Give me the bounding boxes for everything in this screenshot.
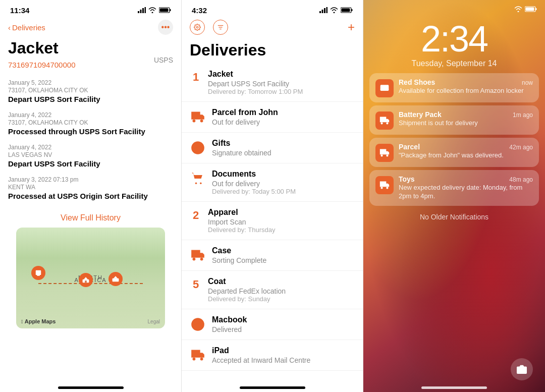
svg-rect-19 <box>351 9 353 11</box>
list-item[interactable]: Macbook Delivered <box>182 309 363 340</box>
svg-point-44 <box>381 187 383 189</box>
status-bar-lock <box>363 0 545 16</box>
list-item[interactable]: Parcel from John Out for delivery <box>182 102 363 133</box>
map-view: NORTH AMERICA  Apple Maps Legal <box>16 228 165 328</box>
notif-title: Battery Pack <box>399 110 442 119</box>
svg-point-46 <box>520 368 523 372</box>
delivery-status: Accepted at Inward Mail Centre <box>212 356 355 364</box>
status-time-panel1: 11:34 <box>10 6 29 15</box>
list-item[interactable]: 5 Coat Departed FedEx location Delivered… <box>182 271 363 309</box>
history-item: January 5, 2022 73107, OKLAHOMA CITY OK … <box>8 79 173 103</box>
history-date: January 4, 2022 <box>8 144 173 151</box>
notif-header: Red Shoes now <box>399 78 533 86</box>
notif-header: Toys 48m ago <box>399 175 533 183</box>
camera-button[interactable] <box>511 358 533 380</box>
svg-point-34 <box>200 358 203 361</box>
cart-icon <box>190 172 206 186</box>
history-status: Depart USPS Sort Facility <box>8 159 173 168</box>
wifi-icon-lock <box>514 6 522 14</box>
nav-bar-panel1: ‹ Deliveries ••• <box>0 18 181 39</box>
delivery-number: 5 <box>190 279 202 290</box>
delivery-text: Documents Out for delivery Delivered by:… <box>212 170 355 195</box>
view-full-history-button[interactable]: View Full History <box>8 208 173 228</box>
back-button[interactable]: ‹ Deliveries <box>8 23 45 32</box>
wifi-icon <box>148 6 156 15</box>
svg-point-26 <box>200 120 203 123</box>
notification-card[interactable]: Parcel 42m ago "Package from John" was d… <box>369 138 539 167</box>
back-label: Deliveries <box>12 23 45 32</box>
notification-card[interactable]: Red Shoes now Available for collection f… <box>369 73 539 102</box>
svg-rect-37 <box>526 8 534 11</box>
status-bar-panel2: 4:32 <box>182 0 363 18</box>
list-item[interactable]: 1 Jacket Depart USPS Sort Facility Deliv… <box>182 64 363 102</box>
notif-app-icon <box>375 144 394 162</box>
map-pin-origin <box>31 266 45 280</box>
check-circle-icon <box>190 141 206 155</box>
delivery-name: Jacket <box>208 70 355 79</box>
signal-icon <box>138 6 146 15</box>
history-date: January 4, 2022 <box>8 111 173 119</box>
home-indicator-panel1 <box>58 386 124 389</box>
delivery-status: Sorting Complete <box>212 256 355 264</box>
lock-status-icons <box>514 6 537 14</box>
battery-icon <box>159 6 171 15</box>
svg-point-33 <box>193 358 196 361</box>
delivery-list: 1 Jacket Depart USPS Sort Facility Deliv… <box>182 64 363 382</box>
delivery-text: Case Sorting Complete <box>212 246 355 264</box>
detail-content: Jacket 7316971094700000 USPS January 5, … <box>0 39 181 382</box>
delivery-name: Macbook <box>212 315 355 324</box>
notif-title: Parcel <box>399 143 420 151</box>
check-circle-icon <box>190 317 206 331</box>
list-item[interactable]: Documents Out for delivery Delivered by:… <box>182 163 363 202</box>
lock-time-display: 2:34 <box>363 21 545 57</box>
maps-label: Apple Maps <box>25 318 56 324</box>
settings-icon[interactable] <box>190 20 205 35</box>
history-status: Depart USPS Sort Facility <box>8 95 173 103</box>
notif-body: New expected delivery date: Monday, from… <box>399 184 533 201</box>
svg-marker-10 <box>84 277 88 279</box>
delivery-status: Out for delivery <box>212 118 355 126</box>
delivery-number: 2 <box>190 210 202 221</box>
signal-icon-p2 <box>319 6 328 15</box>
notif-body: "Package from John" was delivered. <box>399 151 533 160</box>
truck-icon <box>190 248 206 262</box>
list-item[interactable]: Gifts Signature obtained <box>182 133 363 163</box>
notification-card[interactable]: Battery Pack 1m ago Shipment is out for … <box>369 105 539 135</box>
lock-camera-area <box>363 358 545 384</box>
history-item: January 4, 2022 LAS VEGAS NV Depart USPS… <box>8 144 173 168</box>
no-older-label: No Older Notifications <box>369 209 539 225</box>
list-item[interactable]: 2 Apparel Import Scan Delivered by: Thur… <box>182 202 363 240</box>
filter-icon[interactable] <box>213 20 228 35</box>
history-item: January 3, 2022 07:13 pm KENT WA Process… <box>8 176 173 200</box>
svg-point-40 <box>381 122 383 124</box>
list-item[interactable]: Case Sorting Complete <box>182 240 363 271</box>
carrier-label: USPS <box>154 56 173 64</box>
delivery-name: Coat <box>208 277 355 286</box>
svg-rect-11 <box>85 281 87 283</box>
notif-content: Parcel 42m ago "Package from John" was d… <box>399 143 533 160</box>
svg-rect-8 <box>37 275 40 276</box>
delivery-extra: Delivered by: Sunday <box>208 295 355 303</box>
more-button[interactable]: ••• <box>158 20 173 35</box>
notif-content: Battery Pack 1m ago Shipment is out for … <box>399 110 533 128</box>
svg-point-29 <box>200 183 202 185</box>
notification-card[interactable]: Toys 48m ago New expected delivery date:… <box>369 170 539 206</box>
list-item[interactable]: iPad Accepted at Inward Mail Centre <box>182 340 363 371</box>
delivery-name: iPad <box>212 346 355 355</box>
delivery-name: Apparel <box>208 208 355 217</box>
notif-app-icon <box>375 176 394 194</box>
nav-bar-panel2: + <box>182 18 363 39</box>
legal-link[interactable]: Legal <box>148 319 160 324</box>
svg-rect-36 <box>535 8 537 10</box>
svg-rect-12 <box>112 278 119 282</box>
notif-body: Available for collection from Amazon loc… <box>399 87 533 95</box>
panel-deliveries-list: 4:32 + Deliveries 1 <box>182 0 363 392</box>
notif-time: now <box>522 79 533 86</box>
notifications-area: Red Shoes now Available for collection f… <box>363 73 545 358</box>
add-button[interactable]: + <box>348 20 355 34</box>
history-status: Processed through USPS Sort Facility <box>8 127 173 136</box>
svg-rect-15 <box>322 10 323 13</box>
apple-maps-logo:  Apple Maps <box>21 318 56 324</box>
home-indicator-panel2 <box>240 386 305 389</box>
back-chevron-icon: ‹ <box>8 23 11 32</box>
